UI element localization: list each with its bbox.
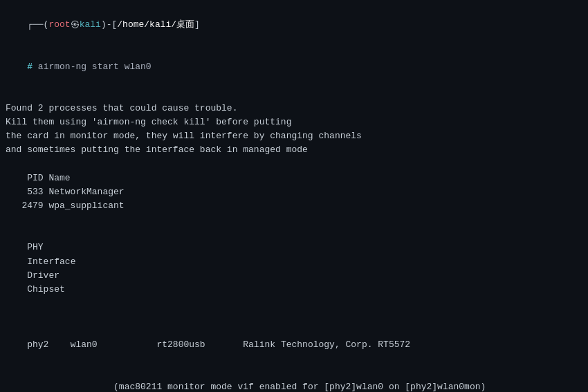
pid-networkmanager-line: 533 NetworkManager <box>6 185 582 199</box>
prompt-bracket-end: ] <box>194 19 200 30</box>
airmon-cmd: # airmon-ng start wlan0 <box>6 46 582 87</box>
blank-line-1 <box>6 88 582 102</box>
phy2-val: phy2 wlan0 rt2800usb Ralink Technology, … <box>27 339 410 350</box>
warning-line-4: and sometimes putting the interface back… <box>6 143 582 157</box>
warning-text-1: Found 2 processes that could cause troub… <box>6 103 237 113</box>
prompt-hostname: kali <box>80 19 101 30</box>
prompt-user: root <box>48 19 70 30</box>
warning-text-4: and sometimes putting the interface back… <box>6 144 308 155</box>
airmon-command-text: airmon-ng start wlan0 <box>38 62 151 72</box>
phy2-detail1-text: (mac80211 monitor mode vif enabled for [… <box>27 382 486 392</box>
warning-text-3: the card in monitor mode, they will inte… <box>6 131 362 141</box>
interface-col: Interface <box>27 256 102 267</box>
hash-icon: # <box>27 62 38 72</box>
blank-line-4 <box>6 310 582 324</box>
chipset-col: Chipset <box>27 284 65 295</box>
warning-line-3: the card in monitor mode, they will inte… <box>6 129 582 143</box>
phy2-line: phy2 wlan0 rt2800usb Ralink Technology, … <box>6 324 582 366</box>
warning-line-1: Found 2 processes that could cause troub… <box>6 102 582 115</box>
airmon-command-line: ┌──(root㉿kali)-[/home/kali/桌面] <box>6 4 582 46</box>
phy2-detail1-line: (mac80211 monitor mode vif enabled for [… <box>6 366 582 392</box>
prompt-bracket-close: )-[ <box>101 19 117 30</box>
warning-line-2: Kill them using 'airmon-ng check kill' b… <box>6 115 582 129</box>
pid-networkmanager-text: 533 NetworkManager <box>6 187 125 197</box>
pid-header-line: PID Name <box>6 171 582 185</box>
phy-col: PHY <box>27 242 70 252</box>
phy-header-line: PHY Interface Driver Chipset <box>6 227 582 310</box>
prompt-path: /home/kali/桌面 <box>117 19 194 30</box>
pid-wpa-text: 2479 wpa_supplicant <box>6 200 125 211</box>
driver-col: Driver <box>27 270 113 281</box>
prompt-at: ㉿ <box>71 19 80 30</box>
pid-header-text: PID Name <box>6 173 71 183</box>
pid-wpa-line: 2479 wpa_supplicant <box>6 199 582 213</box>
blank-line-3 <box>6 213 582 227</box>
blank-line-2 <box>6 158 582 171</box>
terminal-window: ┌──(root㉿kali)-[/home/kali/桌面] # airmon-… <box>0 0 588 392</box>
warning-text-2: Kill them using 'airmon-ng check kill' b… <box>6 117 291 127</box>
prompt-bracket-open: ┌──( <box>27 19 48 30</box>
